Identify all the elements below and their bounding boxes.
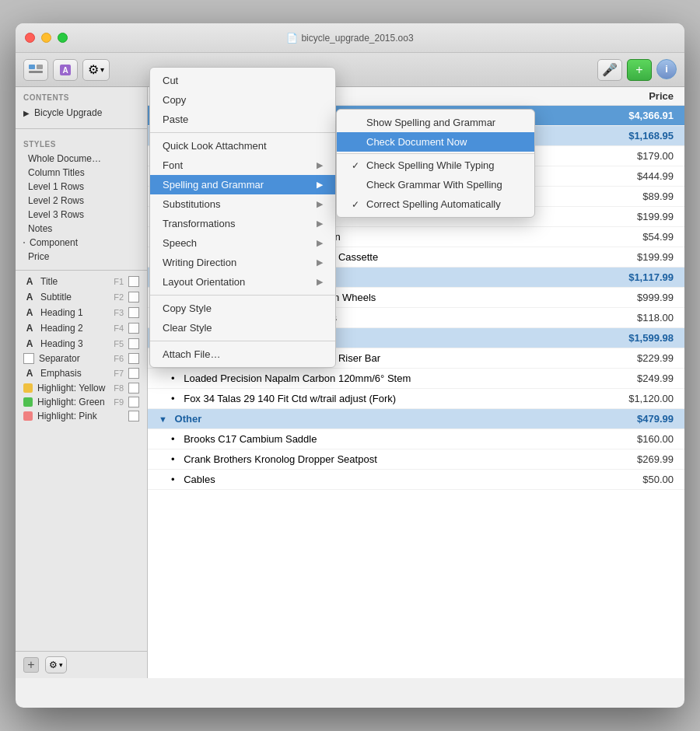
style-item-level2[interactable]: Level 2 Rows [16, 194, 147, 208]
menu-label: Copy Style [163, 303, 212, 314]
text-style-title[interactable]: A Title F1 [16, 274, 147, 289]
style-checkbox[interactable] [128, 411, 139, 421]
expand-icon: ▼ [159, 414, 167, 424]
text-style-highlight-yellow[interactable]: Highlight: Yellow F8 [16, 381, 147, 395]
table-row[interactable]: • Fox 34 Talas 29 140 Fit Ctd w/trail ad… [148, 389, 684, 409]
text-style-label: Separator [39, 353, 80, 364]
menu-item-cut[interactable]: Cut [150, 71, 335, 90]
submenu-separator [337, 153, 534, 154]
row-title: • Fox 34 Talas 29 140 Fit Ctd w/trail ad… [159, 393, 611, 404]
submenu-arrow-icon: ▶ [317, 199, 323, 209]
table-row[interactable]: • Brooks C17 Cambium Saddle $160.00 [148, 429, 684, 449]
text-style-separator[interactable]: Separator F6 [16, 352, 147, 366]
menu-item-substitutions[interactable]: Substitutions ▶ [150, 194, 335, 214]
gear-menu-button[interactable]: ⚙ ▾ [82, 59, 110, 81]
row-text: Fox 34 Talas 29 140 Fit Ctd w/trail adju… [184, 393, 396, 404]
menu-item-speech[interactable]: Speech ▶ [150, 233, 335, 253]
table-row[interactable]: • Loaded Precision Napalm Carbon 120mm/6… [148, 369, 684, 389]
menu-separator [150, 132, 335, 133]
table-row[interactable]: • Cables $50.00 [148, 470, 684, 490]
row-price: $54.99 [611, 231, 674, 243]
dropdown-arrow-icon: ▾ [59, 661, 63, 669]
style-checkbox[interactable] [128, 353, 139, 364]
menu-item-attach-file[interactable]: Attach File… [150, 345, 335, 364]
submenu-item-show-spelling[interactable]: Show Spelling and Grammar [337, 113, 534, 132]
style-label: Whole Docume… [28, 153, 101, 164]
menu-label: Paste [163, 114, 188, 125]
style-checkbox[interactable] [128, 276, 139, 287]
svg-rect-0 [29, 65, 35, 69]
menu-item-copy-style[interactable]: Copy Style [150, 299, 335, 318]
menu-separator [150, 295, 335, 296]
style-item-price[interactable]: Price [16, 250, 147, 264]
style-button[interactable]: A [53, 59, 78, 81]
sidebar-item-label: Bicycle Upgrade [34, 107, 102, 118]
svg-rect-1 [29, 71, 43, 73]
bullet-icon: • [171, 453, 175, 465]
zoom-button[interactable] [58, 33, 68, 43]
view-toggle-button[interactable] [23, 59, 48, 81]
submenu-item-check-now[interactable]: Check Document Now [337, 132, 534, 152]
text-style-a-icon: A [23, 322, 36, 334]
menu-item-quick-look[interactable]: Quick Look Attachment [150, 136, 335, 156]
highlight-pink-icon [23, 411, 33, 421]
menu-item-font[interactable]: Font ▶ [150, 156, 335, 175]
microphone-button[interactable]: 🎤 [597, 59, 622, 81]
row-price: $249.99 [611, 372, 674, 384]
close-button[interactable] [25, 33, 35, 43]
minimize-button[interactable] [41, 33, 51, 43]
style-checkbox[interactable] [128, 397, 139, 407]
toolbar-right: 🎤 + i [597, 59, 677, 81]
highlight-yellow-icon [23, 383, 33, 393]
menu-item-clear-style[interactable]: Clear Style [150, 318, 335, 338]
style-checkbox[interactable] [128, 323, 139, 334]
style-checkbox[interactable] [128, 338, 139, 349]
style-item-notes[interactable]: Notes [16, 222, 147, 236]
key-hint: F1 [114, 277, 124, 286]
table-row[interactable]: • Crank Brothers Kronolog Dropper Seatpo… [148, 449, 684, 470]
text-style-subtitle[interactable]: A Subtitle F2 [16, 289, 147, 305]
style-checkbox[interactable] [128, 383, 139, 393]
style-item-level1[interactable]: Level 1 Rows [16, 180, 147, 194]
text-style-highlight-green[interactable]: Highlight: Green F9 [16, 395, 147, 409]
style-item-component[interactable]: Component [16, 236, 147, 250]
menu-item-copy[interactable]: Copy [150, 90, 335, 110]
style-checkbox[interactable] [128, 307, 139, 318]
microphone-icon: 🎤 [602, 62, 618, 77]
text-style-label: Subtitle [40, 292, 72, 303]
submenu-item-check-while-typing[interactable]: ✓ Check Spelling While Typing [337, 156, 534, 175]
text-style-heading1[interactable]: A Heading 1 F3 [16, 305, 147, 320]
svg-rect-2 [37, 65, 43, 69]
menu-item-spelling[interactable]: Spelling and Grammar ▶ [150, 175, 335, 194]
menu-item-writing-direction[interactable]: Writing Direction ▶ [150, 253, 335, 272]
text-style-emphasis[interactable]: A Emphasis F7 [16, 366, 147, 381]
menu-item-layout-orientation[interactable]: Layout Orientation ▶ [150, 272, 335, 292]
submenu-arrow-icon: ▶ [317, 257, 323, 268]
menu-item-paste[interactable]: Paste [150, 110, 335, 129]
menu-label: Transformations [163, 218, 235, 229]
info-icon: i [665, 63, 668, 75]
text-style-highlight-pink[interactable]: Highlight: Pink [16, 409, 147, 423]
sidebar-gear-button[interactable]: ⚙ ▾ [45, 656, 67, 673]
add-row-button[interactable]: + [627, 59, 652, 81]
style-item-level3[interactable]: Level 3 Rows [16, 208, 147, 222]
add-style-button[interactable]: + [23, 657, 39, 673]
key-hint: F8 [114, 383, 124, 393]
style-item-whole-doc[interactable]: Whole Docume… [16, 152, 147, 166]
submenu-item-correct-auto[interactable]: ✓ Correct Spelling Automatically [337, 194, 534, 214]
bullet-icon: • [171, 433, 175, 445]
style-item-column-titles[interactable]: Column Titles [16, 166, 147, 180]
info-button[interactable]: i [656, 59, 677, 79]
text-style-label: Highlight: Yellow [37, 383, 105, 393]
submenu-arrow-icon: ▶ [317, 160, 323, 170]
text-style-heading2[interactable]: A Heading 2 F4 [16, 320, 147, 336]
style-checkbox[interactable] [128, 368, 139, 379]
menu-item-transformations[interactable]: Transformations ▶ [150, 214, 335, 233]
sidebar-item-bicycle[interactable]: ▶ Bicycle Upgrade [16, 105, 147, 121]
style-checkbox[interactable] [128, 292, 139, 303]
submenu-item-check-grammar[interactable]: Check Grammar With Spelling [337, 175, 534, 194]
text-style-heading3[interactable]: A Heading 3 F5 [16, 336, 147, 352]
key-hint: F5 [114, 339, 124, 348]
table-row[interactable]: ▼ Other $479.99 [148, 409, 684, 429]
file-icon: 📄 [286, 33, 298, 44]
